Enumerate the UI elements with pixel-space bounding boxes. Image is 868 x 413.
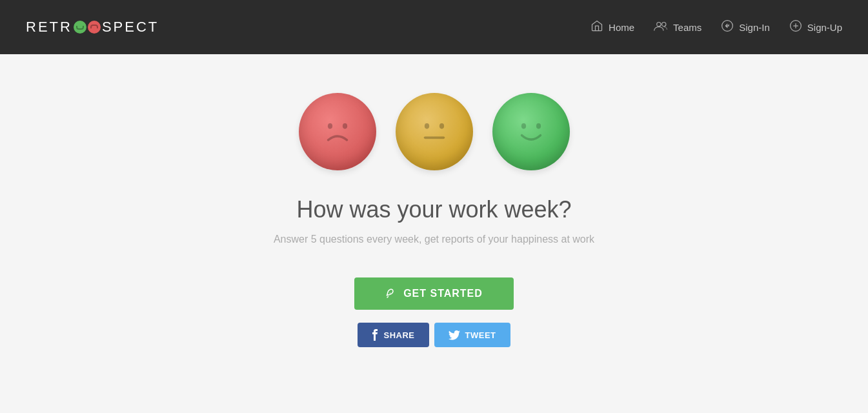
svg-point-1 [662, 22, 666, 26]
happy-face [492, 93, 570, 170]
sad-face-svg [314, 108, 361, 155]
signup-icon [789, 19, 802, 35]
neutral-face-svg [411, 108, 458, 155]
nav-signup-label: Sign-Up [807, 22, 842, 33]
nav-home-label: Home [609, 22, 634, 33]
nav-signin-label: Sign-In [739, 22, 770, 33]
home-icon [590, 19, 603, 35]
social-row: SHARE TWEET [358, 323, 510, 347]
svg-point-7 [342, 123, 347, 129]
logo-prefix: RETR [26, 19, 72, 35]
nav-signin[interactable]: Sign-In [721, 19, 770, 35]
faces-row [299, 93, 570, 170]
share-label: SHARE [383, 330, 414, 340]
rocket-icon [385, 288, 397, 299]
logo-circle-green-icon [74, 21, 86, 34]
logo-circle-red-icon [88, 21, 101, 34]
twitter-icon [449, 330, 460, 340]
svg-point-8 [424, 123, 429, 129]
svg-point-9 [439, 123, 443, 129]
logo-circles [74, 21, 101, 34]
subheadline: Answer 5 questions every week, get repor… [274, 234, 594, 245]
logo-suffix: SPECT [102, 19, 159, 35]
happy-face-svg [508, 108, 554, 155]
signin-icon [721, 19, 734, 35]
svg-point-11 [521, 123, 525, 129]
header: RETR SPECT Home [0, 0, 868, 54]
main-content: How was your work week? Answer 5 questio… [0, 54, 868, 413]
share-button[interactable]: SHARE [358, 323, 429, 347]
nav: Home Teams Sign- [590, 19, 842, 35]
svg-point-0 [657, 22, 661, 26]
neutral-face [396, 93, 473, 170]
headline: How was your work week? [296, 196, 571, 223]
facebook-icon [372, 329, 378, 341]
tweet-button[interactable]: TWEET [434, 323, 510, 347]
svg-point-12 [536, 123, 540, 129]
teams-icon [654, 20, 668, 35]
get-started-label: GET STARTED [403, 288, 483, 299]
nav-signup[interactable]: Sign-Up [789, 19, 842, 35]
get-started-button[interactable]: GET STARTED [354, 277, 514, 310]
sad-face [299, 93, 376, 170]
nav-teams-label: Teams [673, 22, 701, 33]
nav-teams[interactable]: Teams [654, 20, 701, 35]
nav-home[interactable]: Home [590, 19, 634, 35]
logo: RETR SPECT [26, 19, 159, 35]
svg-point-6 [327, 123, 332, 129]
tweet-label: TWEET [465, 330, 496, 340]
